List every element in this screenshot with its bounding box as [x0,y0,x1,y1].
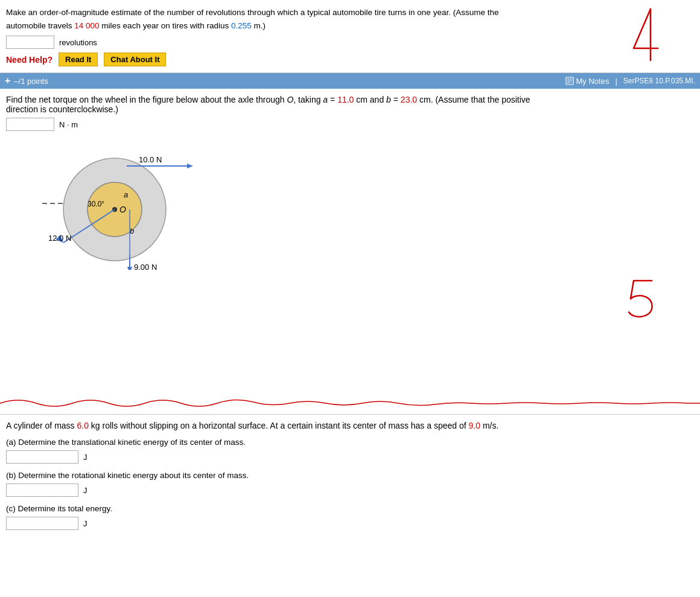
svg-marker-13 [187,164,193,168]
highlight-radius: 0.255 [231,21,252,30]
svg-text:a: a [124,190,128,199]
cyl-text-2: kg rolls without slipping on a horizonta… [89,421,469,430]
problem-1-section: Make an order-of-magnitude estimate of t… [0,0,700,73]
var-b: b [386,95,391,104]
torque-text-5: = [391,95,401,104]
my-notes-label: My Notes [576,77,609,86]
sub-question-b: (b) Determine the rotational kinetic ene… [6,471,694,497]
section-header-right: My Notes | SerPSE8 10.P.035.MI. [565,77,695,86]
squiggly-divider [0,391,700,414]
section-header-left: + –/1 points [5,75,48,86]
problem-3-section: A cylinder of mass 6.0 kg rolls without … [0,415,700,596]
svg-text:O: O [119,205,126,214]
need-help-row: Need Help? Read It Chat About It [6,53,694,66]
unit-j-b: J [83,486,88,495]
svg-text:b: b [130,226,134,235]
var-a: a [323,95,328,104]
svg-marker-19 [127,267,132,270]
answer-row-c: J [6,517,694,530]
cyl-mass: 6.0 [77,421,89,430]
read-it-button[interactable]: Read It [59,53,98,66]
sub-a-label: (a) Determine the translational kinetic … [6,438,694,447]
book-ref: SerPSE8 10.P.035.MI. [623,77,695,85]
answer-row-b: J [6,484,694,497]
val-b: 23.0 [401,95,417,104]
section-header: + –/1 points My Notes | SerPSE8 10.P.035… [0,73,700,89]
problem-1-text-after: m.) [252,21,266,30]
need-help-label: Need Help? [6,55,52,65]
points-label: –/1 points [14,77,48,86]
handwritten-5 [622,276,664,326]
cyl-text-1: A cylinder of mass [6,421,77,430]
wheel-diagram: O a b 30.0° 10.0 N 12.0 N 9.00 N [6,137,694,270]
wheel-svg: O a b 30.0° 10.0 N 12.0 N 9.00 N [6,137,211,270]
sub-c-label: (c) Determine its total energy. [6,504,694,513]
revolutions-input[interactable] [6,36,54,49]
sub-b-label: (b) Determine the rotational kinetic ene… [6,471,694,480]
unit-j-c: J [83,519,88,528]
torque-text-2: , taking [293,95,323,104]
revolutions-unit: revolutions [59,38,97,47]
plus-icon[interactable]: + [5,75,10,86]
svg-text:10.0 N: 10.0 N [139,155,162,164]
highlight-miles: 14 000 [74,21,99,30]
answer-row-a: J [6,450,694,464]
svg-text:30.0°: 30.0° [88,200,104,208]
torque-text-4: cm and [354,95,386,104]
kinetic-translational-input[interactable] [6,450,78,464]
cyl-speed: 9.0 [469,421,480,430]
cyl-text-3: m/s. [480,421,498,430]
total-energy-input[interactable] [6,517,78,530]
cylinder-problem-text: A cylinder of mass 6.0 kg rolls without … [6,421,549,430]
var-O: O [287,95,293,104]
torque-input[interactable] [6,118,54,131]
sub-question-a: (a) Determine the translational kinetic … [6,438,694,464]
torque-text-1: Find the net torque on the wheel in the … [6,95,287,104]
problem-1-text: Make an order-of-magnitude estimate of t… [6,6,537,32]
svg-text:12.0 N: 12.0 N [48,234,71,243]
problem-1-text-middle: miles each year on tires with radius [100,21,231,30]
torque-problem-text: Find the net torque on the wheel in the … [6,95,537,114]
separator: | [615,77,617,86]
problem-2-section: Find the net torque on the wheel in the … [0,89,700,415]
chat-about-it-button[interactable]: Chat About It [104,53,166,66]
my-notes-link[interactable]: My Notes [565,77,609,86]
kinetic-rotational-input[interactable] [6,484,78,497]
svg-text:9.00 N: 9.00 N [134,263,157,270]
torque-unit: N · m [59,120,78,129]
answer-row-2: N · m [6,118,694,131]
answer-row-1: revolutions [6,36,694,49]
notes-icon [565,77,574,85]
sub-question-c: (c) Determine its total energy. J [6,504,694,530]
val-a: 11.0 [337,95,354,104]
torque-text-3: = [328,95,337,104]
handwritten-4 [628,3,664,71]
unit-j-a: J [83,453,88,462]
